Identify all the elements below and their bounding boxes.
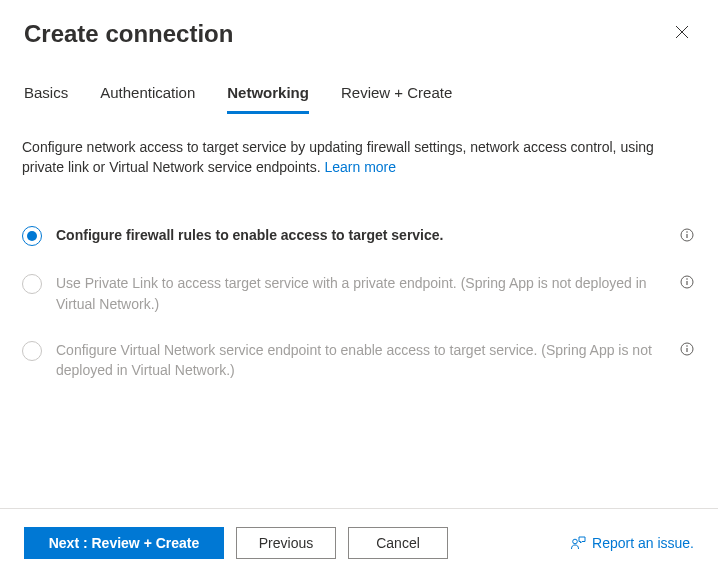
cancel-button[interactable]: Cancel [348, 527, 448, 559]
svg-rect-4 [686, 234, 687, 238]
svg-point-3 [686, 231, 688, 233]
info-icon[interactable] [680, 275, 694, 292]
svg-rect-10 [686, 348, 687, 352]
option-vnet-endpoint-label: Configure Virtual Network service endpoi… [56, 340, 666, 381]
option-private-link-label: Use Private Link to access target servic… [56, 273, 666, 314]
info-icon[interactable] [680, 227, 694, 247]
option-vnet-endpoint: Configure Virtual Network service endpoi… [22, 332, 694, 399]
radio-firewall[interactable] [22, 226, 42, 246]
svg-rect-7 [686, 281, 687, 285]
tab-authentication[interactable]: Authentication [100, 84, 195, 114]
option-firewall[interactable]: Configure firewall rules to enable acces… [22, 217, 694, 265]
next-button[interactable]: Next : Review + Create [24, 527, 224, 559]
networking-options: Configure firewall rules to enable acces… [22, 217, 694, 398]
svg-point-11 [573, 539, 578, 544]
person-feedback-icon [570, 535, 586, 551]
info-icon[interactable] [680, 342, 694, 359]
close-button[interactable] [670, 20, 694, 47]
radio-vnet-endpoint [22, 341, 42, 361]
svg-point-6 [686, 279, 688, 281]
tab-networking[interactable]: Networking [227, 84, 309, 114]
learn-more-link[interactable]: Learn more [324, 159, 396, 175]
tab-review-create[interactable]: Review + Create [341, 84, 452, 114]
option-firewall-label: Configure firewall rules to enable acces… [56, 225, 672, 245]
option-private-link: Use Private Link to access target servic… [22, 265, 694, 332]
svg-point-9 [686, 345, 688, 347]
previous-button[interactable]: Previous [236, 527, 336, 559]
page-title: Create connection [24, 20, 233, 48]
tab-basics[interactable]: Basics [24, 84, 68, 114]
description-text: Configure network access to target servi… [22, 138, 694, 177]
radio-private-link [22, 274, 42, 294]
report-issue-link[interactable]: Report an issue. [570, 535, 694, 551]
close-icon [674, 24, 690, 40]
footer: Next : Review + Create Previous Cancel R… [0, 508, 718, 577]
report-issue-label: Report an issue. [592, 535, 694, 551]
tab-bar: Basics Authentication Networking Review … [0, 48, 718, 114]
